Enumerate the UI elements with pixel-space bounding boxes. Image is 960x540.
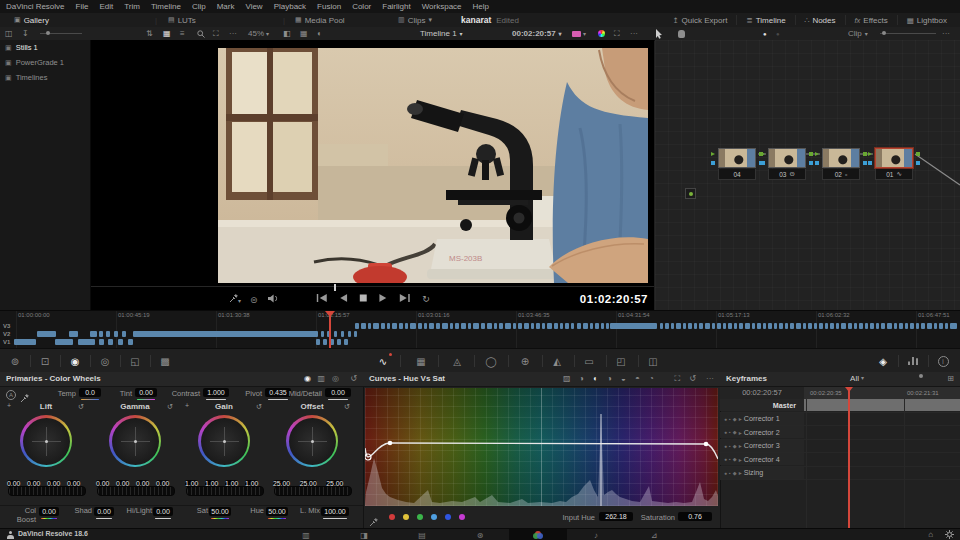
timeline-clip[interactable] [355,323,359,329]
bars-mode-icon[interactable]: ▥ [317,374,325,383]
node-04[interactable]: 04 [718,148,756,181]
timeline-clip[interactable] [547,323,552,329]
timeline-clip[interactable] [814,323,817,329]
timeline-clip[interactable] [676,323,681,329]
tracker-icon[interactable]: ⊕ [514,349,536,373]
flag-icon[interactable]: ▾ [572,27,586,40]
page-color[interactable] [509,529,567,540]
gallery-item-stills-1[interactable]: ▣Stills 1 [0,40,90,55]
lift-master-wheel[interactable] [8,486,86,496]
timeline-clip[interactable] [518,323,522,329]
hue-vs-sat-icon[interactable]: ◐ [593,374,598,383]
timeline-clip[interactable] [337,339,341,345]
timeline-clip[interactable] [916,323,919,329]
color-warper-icon[interactable]: ▦ [410,349,432,373]
timeline-clip[interactable] [321,331,324,337]
timeline-clip[interactable] [106,331,110,337]
mid-detail-value[interactable]: 0.00 [325,388,351,397]
more-icon[interactable]: ··· [706,374,714,383]
timeline-clip[interactable] [410,323,416,329]
timeline-clip[interactable] [392,323,397,329]
contrast-value[interactable]: 1.000 [203,388,229,397]
timeline-clip[interactable] [450,323,453,329]
timeline-clip[interactable] [341,331,344,337]
timeline-clip[interactable] [373,323,379,329]
node-source-dot[interactable] [685,188,696,199]
qualifier-icon[interactable]: ◬ [446,349,468,373]
timeline-clip[interactable] [494,323,497,329]
keyframe-filter-select[interactable]: All▾ [850,374,864,383]
skip-back-button[interactable] [316,294,327,304]
menu-playback[interactable]: Playback [274,2,306,11]
key-icon[interactable]: ▭ [578,349,600,373]
timeline-clip[interactable] [595,323,599,329]
pointer-tool-icon[interactable] [655,27,663,40]
sat-value[interactable]: 50.00 [209,507,231,516]
node-02[interactable]: 02▫ [822,148,860,181]
col-boost-value[interactable]: 0.00 [39,507,59,516]
timeline-clip[interactable] [499,323,503,329]
add-keyframe-icon[interactable]: ⊞ [947,374,954,383]
wheel-reset-icon[interactable]: ↺ [344,402,350,411]
menu-timeline[interactable]: Timeline [151,2,181,11]
timeline-clip[interactable] [424,323,427,329]
stereo-3d-icon[interactable]: ◫ [642,349,664,373]
timeline-clip[interactable] [505,323,511,329]
timeline-clip[interactable] [78,339,95,345]
timeline-clip[interactable] [739,323,743,329]
timeline-clip[interactable] [354,331,357,337]
timeline-clip[interactable] [723,323,726,329]
single-viewer-icon[interactable]: ◧ [283,27,291,40]
timeline-clip[interactable] [55,339,73,345]
play-button[interactable] [379,294,387,304]
more-options-icon[interactable]: ··· [229,27,237,40]
blur-icon[interactable]: ◭ [546,349,568,373]
timeline-clip[interactable] [665,323,669,329]
timeline-clip[interactable] [825,323,828,329]
timeline-clip[interactable] [836,323,839,329]
reset-all-icon[interactable]: ↺ [350,374,357,383]
gamma-master-wheel[interactable] [97,486,175,496]
split-screen-icon[interactable]: ▦ [300,27,308,40]
offset-color-wheel[interactable] [286,415,338,467]
hue-swatch[interactable] [389,514,395,520]
timeline-clip[interactable] [830,323,834,329]
temp-value[interactable]: 0.0 [79,388,101,397]
grade-tool-icon[interactable]: ▾ [229,294,241,305]
l-mix-value[interactable]: 100.00 [321,507,349,516]
timeline-clip[interactable] [405,323,408,329]
timeline-clip[interactable] [436,323,440,329]
offset-master-wheel[interactable] [274,486,352,496]
hue-vs-sat-curve-area[interactable] [365,388,718,506]
timeline-clip[interactable] [745,323,750,329]
keyframe-row-master[interactable]: ●▪◆▸Master [720,399,960,413]
panel-toggle-icon[interactable]: ◫ [5,27,13,40]
timeline-clip[interactable] [894,323,897,329]
timeline-clip[interactable] [531,323,534,329]
keyframe-row-corrector-2[interactable]: ●▪◆▸Corrector 2 [720,426,960,440]
color-match-icon[interactable]: ⊡ [34,349,56,373]
timeline-clip[interactable] [859,323,863,329]
clips-button[interactable]: ▥Clips▾ [398,13,432,27]
timeline-clip[interactable] [606,323,609,329]
timeline-clip[interactable] [577,323,581,329]
button-timeline[interactable]: Timeline [736,15,794,25]
timeline-clip[interactable] [348,331,351,337]
hdr-wheels-icon[interactable]: ◎ [94,349,116,373]
timeline-clip[interactable] [368,323,371,329]
timeline-clip[interactable] [819,323,823,329]
keyframe-playhead[interactable] [848,387,850,528]
settings-gear-icon[interactable] [945,530,954,540]
media-pool-button[interactable]: ▦Media Pool [295,13,345,27]
timeline-clip[interactable] [774,323,777,329]
timeline-clip[interactable] [899,323,903,329]
timeline-clip[interactable] [848,323,852,329]
tint-value[interactable]: 0.00 [135,388,157,397]
log-mode-icon[interactable]: ◎ [332,374,339,383]
gallery-button[interactable]: ▣Gallery [14,13,49,27]
timeline-clip[interactable] [14,339,36,345]
timeline-clip[interactable] [536,323,540,329]
scrubber-playhead[interactable] [334,284,336,291]
timeline-clip[interactable] [37,331,56,337]
keyframe-row-sizing[interactable]: ●▪◆▸Sizing [720,467,960,481]
